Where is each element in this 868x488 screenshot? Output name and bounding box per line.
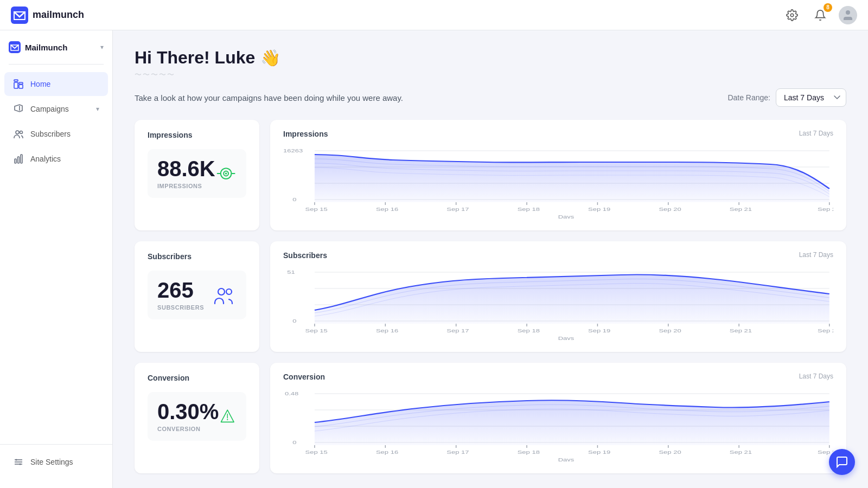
gear-icon xyxy=(786,9,798,21)
svg-text:Sep 15: Sep 15 xyxy=(305,207,328,212)
greeting-subtitle: 〜〜〜〜〜 xyxy=(135,70,846,80)
top-navigation: mailmunch 8 xyxy=(0,0,868,30)
user-avatar-icon xyxy=(841,9,854,22)
subscribers-value: 265 xyxy=(157,279,204,301)
date-range-select[interactable]: Last 7 Days Last 14 Days Last 30 Days xyxy=(776,88,846,107)
svg-point-8 xyxy=(16,131,19,134)
subscribers-icon xyxy=(13,129,24,139)
sidebar-brand-name: Mailmunch xyxy=(25,43,67,52)
svg-point-71 xyxy=(227,419,228,420)
greeting-row: Hi There! Luke 👋 xyxy=(135,48,846,68)
impressions-chart-title: Impressions xyxy=(283,130,328,138)
sidebar-bottom: Site Settings xyxy=(0,444,112,479)
svg-text:Sep 21: Sep 21 xyxy=(730,328,752,333)
chat-button[interactable] xyxy=(829,449,855,475)
notification-area: 8 xyxy=(810,5,830,25)
svg-rect-10 xyxy=(15,159,16,163)
svg-text:Sep 19: Sep 19 xyxy=(588,207,610,212)
sidebar-item-analytics-label: Analytics xyxy=(30,155,61,163)
sidebar-item-site-settings[interactable]: Site Settings xyxy=(4,450,108,474)
svg-text:0: 0 xyxy=(292,318,296,324)
conversion-card-title: Conversion xyxy=(148,374,246,382)
sidebar-item-campaigns-label: Campaigns xyxy=(30,105,69,113)
campaigns-icon xyxy=(13,104,24,114)
conversion-chart-title: Conversion xyxy=(283,373,325,381)
svg-text:Sep 18: Sep 18 xyxy=(518,450,540,455)
conversion-value: 0.30% xyxy=(157,401,219,422)
subscribers-label: SUBSCRIBERS xyxy=(157,304,204,311)
sidebar-nav: Home Campaigns ▾ Subscribers xyxy=(0,71,112,444)
impressions-label: IMPRESSIONS xyxy=(157,183,215,189)
impressions-row: Impressions 88.6K IMPRESSIONS xyxy=(135,120,846,230)
svg-point-44 xyxy=(218,288,225,295)
subscribers-row: Subscribers 265 SUBSCRIBERS xyxy=(135,241,846,352)
header-controls: Take a look at how your campaigns have b… xyxy=(135,88,846,107)
subscribers-chart: 51 0 xyxy=(283,264,833,340)
header-description: Take a look at how your campaigns have b… xyxy=(135,93,403,102)
sidebar: Mailmunch ▾ Home xyxy=(0,30,113,488)
svg-rect-0 xyxy=(11,7,28,24)
svg-rect-4 xyxy=(14,82,18,88)
svg-point-1 xyxy=(790,14,794,17)
sidebar-brand[interactable]: Mailmunch ▾ xyxy=(0,39,112,64)
impressions-chart: 16263 0 xyxy=(283,143,833,219)
campaigns-chevron: ▾ xyxy=(96,105,99,113)
svg-text:0: 0 xyxy=(292,197,296,202)
svg-text:Sep 20: Sep 20 xyxy=(659,450,681,455)
svg-text:Sep 17: Sep 17 xyxy=(446,328,469,333)
conversion-stat-card: Conversion 0.30% CONVERSION xyxy=(135,363,259,473)
sidebar-item-home-label: Home xyxy=(30,80,50,88)
svg-text:Sep 16: Sep 16 xyxy=(376,328,398,333)
sidebar-item-analytics[interactable]: Analytics xyxy=(4,147,108,171)
sidebar-item-campaigns[interactable]: Campaigns ▾ xyxy=(4,97,108,121)
svg-text:Sep 15: Sep 15 xyxy=(305,450,328,455)
svg-text:0: 0 xyxy=(292,440,296,445)
conversion-row: Conversion 0.30% CONVERSION xyxy=(135,363,846,473)
subscribers-last-days: Last 7 Days xyxy=(799,251,833,259)
conversion-last-days: Last 7 Days xyxy=(799,373,833,380)
conversion-label: CONVERSION xyxy=(157,426,219,432)
svg-text:16263: 16263 xyxy=(283,148,303,153)
svg-point-2 xyxy=(846,10,850,15)
svg-point-45 xyxy=(226,289,232,294)
date-range-wrapper: Date Range: Last 7 Days Last 14 Days Las… xyxy=(727,88,846,107)
chat-icon xyxy=(835,455,848,468)
impressions-card-title: Impressions xyxy=(148,131,246,139)
svg-text:Sep 20: Sep 20 xyxy=(659,207,681,212)
subscribers-card-title: Subscribers xyxy=(148,252,246,261)
svg-text:Sep 17: Sep 17 xyxy=(446,207,469,212)
sidebar-item-home[interactable]: Home xyxy=(4,72,108,96)
svg-text:Sep 22: Sep 22 xyxy=(818,328,833,333)
sidebar-brand-left: Mailmunch xyxy=(9,41,67,53)
home-icon xyxy=(13,79,24,89)
app-body: Mailmunch ▾ Home xyxy=(0,30,868,488)
svg-text:Sep 19: Sep 19 xyxy=(588,450,610,455)
topnav-right: 8 xyxy=(782,5,857,25)
impressions-stat-icon xyxy=(215,162,237,185)
impressions-chart-card: Impressions Last 7 Days 16263 0 xyxy=(270,120,846,230)
svg-text:Days: Days xyxy=(558,457,575,461)
sidebar-item-subscribers[interactable]: Subscribers xyxy=(4,122,108,146)
conversion-chart: 0.48 0 xyxy=(283,386,833,461)
svg-text:Sep 16: Sep 16 xyxy=(376,207,398,212)
svg-point-9 xyxy=(20,131,23,134)
svg-text:51: 51 xyxy=(287,269,295,275)
svg-rect-12 xyxy=(21,155,22,163)
settings-button[interactable] xyxy=(782,5,802,25)
subscribers-stat-card: Subscribers 265 SUBSCRIBERS xyxy=(135,241,259,352)
notification-count: 8 xyxy=(824,3,832,12)
svg-rect-5 xyxy=(19,85,23,88)
svg-point-16 xyxy=(16,459,17,461)
svg-text:Days: Days xyxy=(558,214,575,219)
main-content: Hi There! Luke 👋 〜〜〜〜〜 Take a look at ho… xyxy=(113,30,868,488)
greeting-emoji: 👋 xyxy=(260,48,280,67)
svg-text:Days: Days xyxy=(558,336,575,340)
svg-text:Sep 18: Sep 18 xyxy=(518,328,540,333)
svg-rect-6 xyxy=(19,82,23,84)
avatar[interactable] xyxy=(839,6,857,24)
subscribers-stat-icon xyxy=(213,283,237,307)
svg-text:Sep 18: Sep 18 xyxy=(518,207,540,212)
svg-text:Sep 19: Sep 19 xyxy=(588,328,610,333)
mailmunch-logo-icon xyxy=(11,7,28,24)
svg-text:Sep 17: Sep 17 xyxy=(446,450,469,455)
